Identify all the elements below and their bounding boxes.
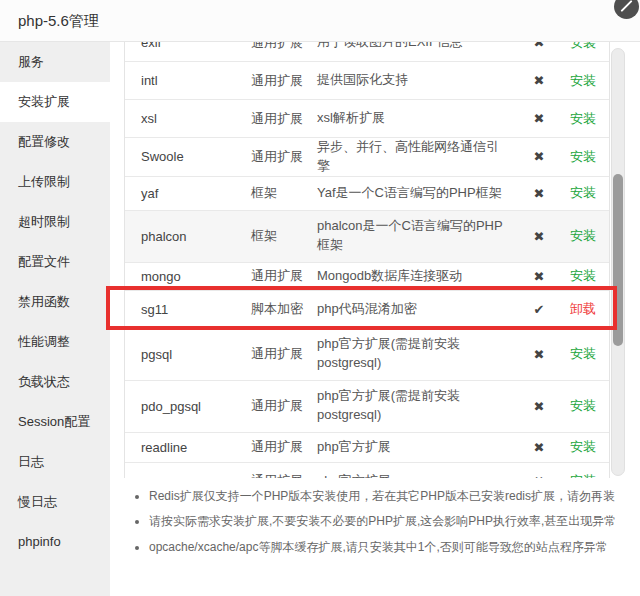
extension-desc: 异步、并行、高性能网络通信引擎	[317, 138, 521, 176]
sidebar-item-慢日志[interactable]: 慢日志	[0, 482, 110, 522]
install-link[interactable]: 安装	[570, 398, 596, 413]
action-cell: 安装	[557, 42, 609, 52]
table-row: exif通用扩展用于读取图片的EXIF信息✖安装	[125, 42, 609, 62]
extension-desc: php官方扩展	[317, 472, 521, 478]
sidebar-item-配置文件[interactable]: 配置文件	[0, 242, 110, 282]
action-cell: 安装	[557, 345, 609, 363]
sidebar-item-性能调整[interactable]: 性能调整	[0, 322, 110, 362]
install-link[interactable]: 安装	[570, 268, 596, 283]
action-cell: 卸载	[557, 300, 609, 318]
extension-desc: php官方扩展(需提前安装 postgresql)	[317, 335, 521, 373]
status-cross-icon: ✖	[521, 440, 557, 455]
extension-name: intl	[125, 73, 251, 88]
sidebar-item-负载状态[interactable]: 负载状态	[0, 362, 110, 402]
extension-desc: phalcon是一个C语言编写的PHP框架	[317, 217, 521, 255]
table-row: intl通用扩展提供国际化支持✖安装	[125, 62, 609, 100]
sidebar-item-配置修改[interactable]: 配置修改	[0, 122, 110, 162]
action-cell: 安装	[557, 148, 609, 166]
status-cross-icon: ✖	[521, 186, 557, 201]
action-cell: 安装	[557, 267, 609, 285]
extension-type: 通用扩展	[251, 110, 317, 128]
install-link[interactable]: 安装	[570, 473, 596, 478]
status-cross-icon: ✖	[521, 474, 557, 478]
status-cross-icon: ✖	[521, 347, 557, 362]
extension-name: exif	[125, 42, 251, 50]
install-link[interactable]: 安装	[570, 228, 596, 243]
extension-desc: php官方扩展(需提前安装 postgresql)	[317, 387, 521, 425]
sidebar-item-安装扩展[interactable]: 安装扩展	[0, 82, 110, 122]
extension-type: 脚本加密	[251, 300, 317, 318]
sidebar: 服务安装扩展配置修改上传限制超时限制配置文件禁用函数性能调整负载状态Sessio…	[0, 42, 110, 596]
table-row: yaf框架Yaf是一个C语言编写的PHP框架✖安装	[125, 177, 609, 211]
extension-type: 通用扩展	[251, 438, 317, 456]
table-row: 通用扩展php官方扩展✖安装	[125, 463, 609, 478]
action-cell: 安装	[557, 472, 609, 478]
extension-desc: php代码混淆加密	[317, 300, 521, 319]
extension-type: 通用扩展	[251, 148, 317, 166]
extension-type: 框架	[251, 184, 317, 202]
uninstall-link[interactable]: 卸载	[570, 301, 596, 316]
action-cell: 安装	[557, 438, 609, 456]
action-cell: 安装	[557, 72, 609, 90]
extension-name: pdo_pgsql	[125, 399, 251, 414]
extension-desc: 用于读取图片的EXIF信息	[317, 42, 521, 52]
status-cross-icon: ✖	[521, 73, 557, 88]
status-cross-icon: ✖	[521, 42, 557, 50]
status-check-icon: ✔	[521, 302, 557, 317]
sidebar-item-超时限制[interactable]: 超时限制	[0, 202, 110, 242]
action-cell: 安装	[557, 227, 609, 245]
extension-type: 通用扩展	[251, 72, 317, 90]
extension-desc: Mongodb数据库连接驱动	[317, 267, 521, 286]
extension-name: readline	[125, 440, 251, 455]
table-row: mongo通用扩展Mongodb数据库连接驱动✖安装	[125, 263, 609, 291]
status-cross-icon: ✖	[521, 269, 557, 284]
corner-badge-slash	[620, 0, 632, 12]
notes-list: Redis扩展仅支持一个PHP版本安装使用，若在其它PHP版本已安装redis扩…	[133, 488, 640, 564]
extension-type: 通用扩展	[251, 42, 317, 52]
scrollbar[interactable]	[611, 48, 625, 476]
action-cell: 安装	[557, 110, 609, 128]
install-link[interactable]: 安装	[570, 149, 596, 164]
corner-badge-icon[interactable]	[614, 0, 639, 19]
table-row-highlighted: sg11脚本加密php代码混淆加密✔卸载	[125, 291, 609, 329]
status-cross-icon: ✖	[521, 399, 557, 414]
sidebar-item-禁用函数[interactable]: 禁用函数	[0, 282, 110, 322]
extension-name: pgsql	[125, 347, 251, 362]
page-title: php-5.6管理	[0, 0, 99, 41]
install-link[interactable]: 安装	[570, 42, 596, 50]
install-link[interactable]: 安装	[570, 185, 596, 200]
table-row: Swoole通用扩展异步、并行、高性能网络通信引擎✖安装	[125, 138, 609, 177]
table-row: xsl通用扩展xsl解析扩展✖安装	[125, 100, 609, 138]
sidebar-item-上传限制[interactable]: 上传限制	[0, 162, 110, 202]
install-link[interactable]: 安装	[570, 439, 596, 454]
extension-name: sg11	[125, 302, 251, 317]
extension-desc: xsl解析扩展	[317, 109, 521, 128]
extension-type: 框架	[251, 227, 317, 245]
extension-name: yaf	[125, 186, 251, 201]
table-row: pdo_pgsql通用扩展php官方扩展(需提前安装 postgresql)✖安…	[125, 381, 609, 433]
php-manager-window: php-5.6管理 服务安装扩展配置修改上传限制超时限制配置文件禁用函数性能调整…	[0, 0, 640, 596]
install-link[interactable]: 安装	[570, 346, 596, 361]
extension-rows: exif通用扩展用于读取图片的EXIF信息✖安装intl通用扩展提供国际化支持✖…	[125, 42, 609, 478]
extension-table: exif通用扩展用于读取图片的EXIF信息✖安装intl通用扩展提供国际化支持✖…	[124, 42, 610, 478]
status-cross-icon: ✖	[521, 111, 557, 126]
note-item: Redis扩展仅支持一个PHP版本安装使用，若在其它PHP版本已安装redis扩…	[149, 488, 640, 505]
titlebar: php-5.6管理	[0, 0, 640, 42]
extension-desc: php官方扩展	[317, 438, 521, 457]
sidebar-item-Session配置[interactable]: Session配置	[0, 402, 110, 442]
extension-desc: 提供国际化支持	[317, 71, 521, 90]
install-link[interactable]: 安装	[570, 73, 596, 88]
extension-desc: Yaf是一个C语言编写的PHP框架	[317, 184, 521, 203]
action-cell: 安装	[557, 184, 609, 202]
extension-type: 通用扩展	[251, 267, 317, 285]
extension-name: mongo	[125, 269, 251, 284]
extension-name: phalcon	[125, 229, 251, 244]
extension-type: 通用扩展	[251, 345, 317, 363]
sidebar-item-日志[interactable]: 日志	[0, 442, 110, 482]
scrollbar-thumb[interactable]	[613, 174, 623, 346]
install-link[interactable]: 安装	[570, 111, 596, 126]
table-row: readline通用扩展php官方扩展✖安装	[125, 433, 609, 463]
table-row: pgsql通用扩展php官方扩展(需提前安装 postgresql)✖安装	[125, 329, 609, 381]
sidebar-item-服务[interactable]: 服务	[0, 42, 110, 82]
sidebar-item-phpinfo[interactable]: phpinfo	[0, 522, 110, 562]
